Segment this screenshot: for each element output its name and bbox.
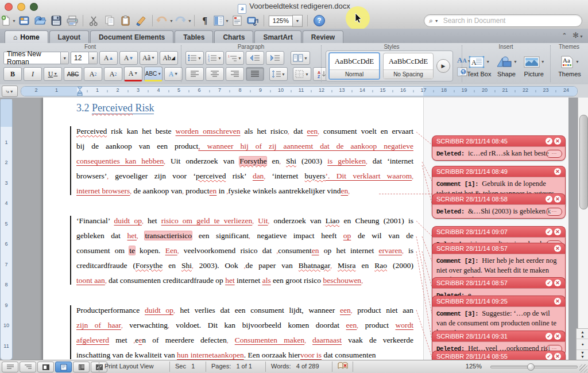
ellipsis-button[interactable]: ··· bbox=[546, 208, 562, 216]
zoom-value[interactable]: 125% bbox=[269, 15, 292, 26]
zoom-dropdown-button[interactable]: ▼ bbox=[292, 15, 303, 27]
font-name-combo[interactable]: Times New Roman ▼ bbox=[3, 52, 69, 64]
help-button[interactable]: ? bbox=[314, 15, 325, 26]
font-size-combo[interactable]: 12 ▼ bbox=[71, 52, 98, 64]
columns-button[interactable]: ▼ bbox=[291, 51, 310, 65]
reference-tools-button[interactable] bbox=[229, 13, 245, 28]
style-normal[interactable]: AaBbCcDdE Normal bbox=[328, 52, 380, 80]
insert-shape-button[interactable]: ▼ Shape bbox=[494, 55, 520, 77]
accept-change-button[interactable]: ✓ bbox=[546, 353, 552, 360]
more-styles-button[interactable]: ▶ bbox=[436, 59, 450, 73]
indent-markers[interactable] bbox=[77, 86, 82, 96]
search-box[interactable]: ⌕ ▼ bbox=[424, 14, 582, 27]
reject-change-button[interactable]: ✕ bbox=[554, 196, 561, 203]
accept-change-button[interactable]: ✓ bbox=[546, 333, 552, 340]
next-object-button[interactable]: ▼▼ bbox=[577, 350, 588, 360]
increase-indent-button[interactable] bbox=[266, 51, 284, 65]
reject-change-button[interactable]: ✕ bbox=[554, 168, 561, 175]
align-left-button[interactable] bbox=[185, 67, 204, 81]
resize-grip[interactable] bbox=[579, 364, 587, 372]
tab-charts[interactable]: Charts bbox=[214, 30, 253, 43]
vertical-ruler[interactable]: 1234567891011 bbox=[0, 99, 13, 360]
underline-button[interactable]: U▼ bbox=[44, 67, 62, 81]
font-color-button[interactable]: A▼ bbox=[124, 67, 142, 81]
accept-change-button[interactable]: ✓ bbox=[546, 228, 552, 235]
zoom-slider[interactable] bbox=[490, 366, 578, 368]
draft-view-button[interactable] bbox=[2, 362, 18, 372]
align-center-button[interactable] bbox=[206, 67, 224, 81]
gear-menu-button[interactable]: ✻▼ bbox=[572, 31, 583, 40]
show-formatting-marks-button[interactable]: ¶ bbox=[197, 13, 213, 28]
comment-balloon-3[interactable]: SCRiBBR 28/11/14 08:58✓✕Deleted: &…Shi (… bbox=[432, 193, 566, 219]
previous-object-button[interactable]: ▲▲ bbox=[577, 329, 588, 339]
themes-button[interactable]: Aa▼ Themes bbox=[555, 55, 585, 77]
subscript-button[interactable]: A2 bbox=[104, 67, 122, 81]
print-layout-view-button[interactable] bbox=[55, 362, 72, 372]
undo-button[interactable]: ▼ bbox=[155, 13, 173, 28]
insert-picture-button[interactable]: ▼ Picture bbox=[521, 55, 547, 77]
accept-change-button[interactable]: ✓ bbox=[546, 196, 552, 203]
reject-change-button[interactable]: ✕ bbox=[554, 245, 561, 252]
reject-change-button[interactable]: ✕ bbox=[554, 353, 561, 360]
text-effects-button[interactable]: A▼ bbox=[164, 67, 183, 81]
numbering-button[interactable]: 123▼ bbox=[206, 51, 224, 65]
decrease-indent-button[interactable] bbox=[246, 51, 264, 65]
highlight-button[interactable]: ABC▼ bbox=[144, 67, 163, 81]
vertical-scrollbar[interactable] bbox=[578, 98, 588, 360]
borders-button[interactable]: ▼ bbox=[293, 67, 311, 81]
comment-balloon-1[interactable]: SCRiBBR 28/11/14 08:45✓✕Deleted: ic…ed r… bbox=[432, 135, 566, 161]
redo-button[interactable]: ▼ bbox=[173, 13, 192, 28]
reject-change-button[interactable]: ✕ bbox=[554, 298, 561, 305]
bullets-button[interactable]: ▼ bbox=[185, 51, 204, 65]
scrollbar-thumb[interactable] bbox=[579, 115, 588, 209]
collapse-ribbon-button[interactable]: ⌃ bbox=[562, 32, 567, 38]
style-no-spacing[interactable]: AaBbCcDdE No Spacing bbox=[383, 53, 434, 79]
section-indicator[interactable]: Sec 1 bbox=[175, 363, 195, 370]
horizontal-ruler[interactable]: 1212345678910111213141516171819202122232… bbox=[21, 86, 578, 96]
comment-balloon-9[interactable]: SCRiBBR 28/11/14 08:55✓✕Deleted: bbox=[432, 351, 566, 360]
change-case-button[interactable]: Aã▼ bbox=[140, 51, 158, 65]
reject-change-button[interactable]: ✕ bbox=[554, 228, 561, 235]
accept-change-button[interactable]: ✓ bbox=[546, 138, 552, 145]
search-input[interactable] bbox=[442, 16, 577, 25]
media-browser-button[interactable] bbox=[245, 13, 261, 28]
tab-layout[interactable]: Layout bbox=[49, 30, 89, 43]
tab-document-elements[interactable]: Document Elements bbox=[90, 30, 173, 43]
document-page[interactable]: 3.2 Perceived Risk Perceived risk kan he… bbox=[43, 98, 568, 360]
tab-stop-selector[interactable]: ⤷▼ bbox=[2, 86, 18, 97]
reject-change-button[interactable]: ✕ bbox=[554, 138, 561, 145]
gallery-button[interactable] bbox=[16, 13, 32, 28]
shrink-font-button[interactable]: A▼ bbox=[119, 51, 138, 65]
document-text[interactable]: 3.2 Perceived Risk Perceived risk kan he… bbox=[76, 100, 413, 360]
bold-button[interactable]: B bbox=[3, 67, 22, 81]
words-indicator[interactable]: Words: 4 of 289 bbox=[271, 363, 319, 370]
strikethrough-button[interactable]: ABC bbox=[64, 67, 82, 81]
italic-button[interactable]: I bbox=[24, 67, 42, 81]
zoom-control[interactable]: 125% ▼ bbox=[269, 15, 303, 27]
cut-button[interactable] bbox=[86, 13, 102, 28]
tab-home[interactable]: ⌂Home bbox=[5, 30, 48, 43]
line-spacing-button[interactable]: ▼ bbox=[269, 67, 288, 81]
tab-tables[interactable]: Tables bbox=[175, 30, 213, 43]
outline-view-button[interactable] bbox=[20, 362, 36, 372]
spelling-status-icon[interactable] bbox=[338, 362, 348, 370]
reject-change-button[interactable]: ✕ bbox=[554, 333, 561, 340]
save-button[interactable] bbox=[48, 13, 64, 28]
publishing-layout-view-button[interactable] bbox=[37, 362, 54, 372]
superscript-button[interactable]: A2 bbox=[84, 67, 102, 81]
pages-indicator[interactable]: Pages: 1 of 1 bbox=[211, 363, 252, 370]
new-document-button[interactable]: ▼ bbox=[0, 13, 16, 28]
print-button[interactable] bbox=[64, 13, 80, 28]
format-painter-button[interactable] bbox=[134, 13, 150, 28]
insert-text-box-button[interactable]: A▼ Text Box bbox=[466, 55, 492, 77]
zoom-slider-thumb[interactable] bbox=[527, 363, 535, 371]
tab-review[interactable]: Review bbox=[303, 30, 343, 43]
tab-smartart[interactable]: SmartArt bbox=[254, 30, 301, 43]
copy-button[interactable] bbox=[102, 13, 118, 28]
ellipsis-button[interactable]: ··· bbox=[546, 150, 562, 158]
justify-button[interactable] bbox=[246, 67, 264, 81]
clear-formatting-button[interactable]: Ab◢ bbox=[160, 51, 178, 65]
align-right-button[interactable] bbox=[226, 67, 244, 81]
multilevel-list-button[interactable]: 1▼ bbox=[226, 51, 244, 65]
accept-change-button[interactable]: ✓ bbox=[546, 279, 552, 286]
